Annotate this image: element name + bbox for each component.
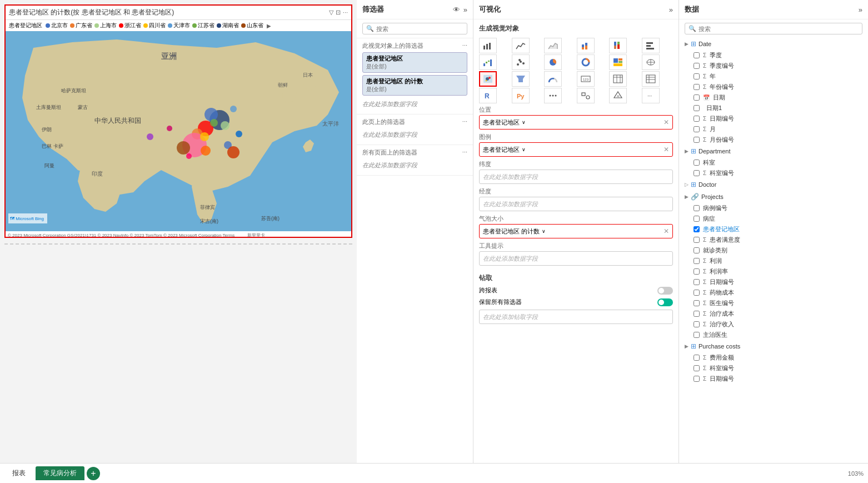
checkbox-drug-cost[interactable] bbox=[694, 290, 700, 296]
bubble-size-label: 气泡大小 bbox=[479, 215, 673, 223]
checkbox-quarter[interactable] bbox=[694, 52, 700, 58]
viz-ai[interactable]: AI bbox=[609, 88, 627, 103]
checkbox-profit-rate[interactable] bbox=[694, 268, 700, 275]
tab-common-disease[interactable]: 常见病分析 bbox=[36, 466, 84, 480]
checkbox-disease[interactable] bbox=[694, 216, 700, 222]
remove-bubble-icon[interactable]: ✕ bbox=[664, 227, 669, 235]
keep-filters-toggle[interactable] bbox=[657, 298, 673, 306]
remove-legend-icon[interactable]: ✕ bbox=[664, 146, 669, 153]
tab-report[interactable]: 报表 bbox=[4, 466, 33, 480]
viz-funnel[interactable] bbox=[512, 71, 530, 87]
viz-waterfall[interactable] bbox=[479, 54, 497, 70]
add-data-field-1[interactable]: 在此处添加数据字段 bbox=[362, 98, 467, 111]
add-tab-button[interactable]: + bbox=[87, 467, 100, 480]
data-item-dept: 科室 bbox=[679, 157, 868, 168]
viz-r[interactable]: R bbox=[479, 88, 497, 103]
filter-panel: 筛选器 👁 » 🔍 此视觉对象上的筛选器 ··· 患者 bbox=[357, 0, 473, 463]
eye-icon[interactable]: 👁 bbox=[453, 6, 460, 14]
checkbox-satisfaction[interactable] bbox=[694, 237, 700, 243]
filter-chip-2[interactable]: 患者登记地区 的计数 是(全部) bbox=[362, 75, 467, 96]
filter-search-input[interactable] bbox=[376, 26, 463, 32]
more-icon-2[interactable]: ··· bbox=[462, 118, 467, 126]
expand-viz-icon[interactable]: » bbox=[669, 6, 673, 14]
checkbox-date[interactable] bbox=[694, 94, 700, 101]
filter-icon[interactable]: ▽ bbox=[329, 9, 333, 16]
viz-gauge[interactable] bbox=[544, 71, 562, 87]
viz-area-chart[interactable] bbox=[544, 38, 562, 53]
add-data-field-3[interactable]: 在此处添加数据字段 bbox=[362, 159, 467, 172]
viz-treemap[interactable] bbox=[609, 54, 627, 70]
viz-more-b[interactable]: ··· bbox=[642, 88, 660, 103]
add-data-field-2[interactable]: 在此处添加数据字段 bbox=[362, 128, 467, 141]
viz-bar-chart[interactable] bbox=[479, 38, 497, 53]
viz-horizontal-bar[interactable] bbox=[642, 38, 660, 53]
viz-donut[interactable] bbox=[577, 54, 595, 70]
viz-line-chart[interactable] bbox=[512, 38, 530, 53]
data-item-doctor-num: Σ 医生编号 bbox=[679, 298, 868, 308]
checkbox-cost-amount[interactable] bbox=[694, 355, 700, 361]
data-group-purchase-header[interactable]: ▶ ⊞ Purchase costs bbox=[679, 340, 868, 352]
filter-chip-1[interactable]: 患者登记地区 是(全部) bbox=[362, 52, 467, 73]
svg-rect-43 bbox=[614, 46, 616, 49]
more-icon[interactable]: ··· bbox=[462, 42, 467, 50]
expand-filter-icon[interactable]: » bbox=[463, 6, 467, 14]
checkbox-treatment-income[interactable] bbox=[694, 321, 700, 327]
more-icon-3[interactable]: ··· bbox=[462, 148, 467, 157]
more-legend-icon[interactable]: ▶ bbox=[267, 23, 271, 29]
checkbox-visit-type[interactable] bbox=[694, 247, 700, 253]
checkbox-year-num[interactable] bbox=[694, 84, 700, 90]
checkbox-date-num2[interactable] bbox=[694, 279, 700, 285]
more-icon[interactable]: ··· bbox=[343, 9, 348, 16]
map-body[interactable]: 亚洲 中华人民共和国 印度 朝鲜 日本 太平洋 土库曼斯坦 伊朗 阿曼 哈萨克斯… bbox=[6, 31, 352, 231]
checkbox-case-num[interactable] bbox=[694, 205, 700, 211]
crosstab-toggle[interactable] bbox=[657, 287, 673, 295]
checkbox-dept[interactable] bbox=[694, 160, 700, 166]
data-item-drug-cost: Σ 药物成本 bbox=[679, 287, 868, 298]
viz-table[interactable] bbox=[609, 71, 627, 87]
data-item-satisfaction: Σ 患者满意度 bbox=[679, 235, 868, 245]
svg-point-23 bbox=[177, 141, 190, 155]
checkbox-dept-num2[interactable] bbox=[694, 365, 700, 371]
data-group-dept-header[interactable]: ▶ ⊞ Department bbox=[679, 145, 868, 157]
checkbox-month-num[interactable] bbox=[694, 137, 700, 143]
checkbox-year[interactable] bbox=[694, 73, 700, 79]
viz-map[interactable] bbox=[642, 54, 660, 70]
viz-card[interactable]: 123 bbox=[577, 71, 595, 87]
data-group-projects-header[interactable]: ▶ 🔗 Projects bbox=[679, 191, 868, 203]
expand-data-icon[interactable]: » bbox=[859, 6, 862, 14]
drillthrough-field-box[interactable]: 在此处添加钻取字段 bbox=[479, 310, 673, 324]
viz-more-a[interactable] bbox=[544, 88, 562, 103]
checkbox-profit[interactable] bbox=[694, 258, 700, 264]
viz-stacked-bar[interactable] bbox=[577, 38, 595, 53]
checkbox-quarter-num[interactable] bbox=[694, 63, 700, 69]
latitude-field-box[interactable]: 在此处添加数据字段 bbox=[479, 170, 673, 184]
map-title-text: 患者登记地区 的计数(按 患者登记地区 和 患者登记地区) bbox=[9, 8, 174, 17]
remove-position-icon[interactable]: ✕ bbox=[664, 118, 669, 126]
drillthrough-placeholder: 在此处添加钻取字段 bbox=[483, 313, 538, 321]
checkbox-month[interactable] bbox=[694, 126, 700, 132]
data-group-doctor-header[interactable]: ▷ ⊞ Doctor bbox=[679, 178, 868, 191]
checkbox-attending-doctor[interactable] bbox=[694, 332, 700, 338]
bubble-size-field-box[interactable]: 患者登记地区 的计数 ∨ ✕ bbox=[479, 224, 673, 238]
viz-shape[interactable] bbox=[577, 88, 595, 103]
position-field-box[interactable]: 患者登记地区 ∨ ✕ bbox=[479, 115, 673, 130]
data-group-date-header[interactable]: ▶ ⊞ Date bbox=[679, 38, 868, 50]
checkbox-date-num3[interactable] bbox=[694, 376, 700, 382]
viz-python[interactable]: Py bbox=[512, 88, 530, 103]
viz-pie[interactable] bbox=[544, 54, 562, 70]
tooltip-field-box[interactable]: 在此处添加数据字段 bbox=[479, 251, 673, 266]
checkbox-date-num[interactable] bbox=[694, 116, 700, 122]
checkbox-dept-num[interactable] bbox=[694, 170, 700, 176]
viz-scatter[interactable] bbox=[512, 54, 530, 70]
checkbox-date1[interactable] bbox=[694, 105, 700, 111]
viz-100-stacked-bar[interactable] bbox=[609, 38, 627, 53]
checkbox-doctor-num[interactable] bbox=[694, 300, 700, 306]
expand-icon[interactable]: ⊡ bbox=[336, 9, 341, 16]
viz-bubble-map[interactable] bbox=[479, 71, 497, 87]
checkbox-treatment-cost[interactable] bbox=[694, 311, 700, 317]
longitude-field-box[interactable]: 在此处添加数据字段 bbox=[479, 197, 673, 211]
viz-matrix[interactable] bbox=[642, 71, 660, 87]
data-search-input[interactable] bbox=[699, 26, 859, 32]
checkbox-patient-region[interactable] bbox=[694, 226, 700, 232]
legend-field-box[interactable]: 患者登记地区 ∨ ✕ bbox=[479, 142, 673, 157]
